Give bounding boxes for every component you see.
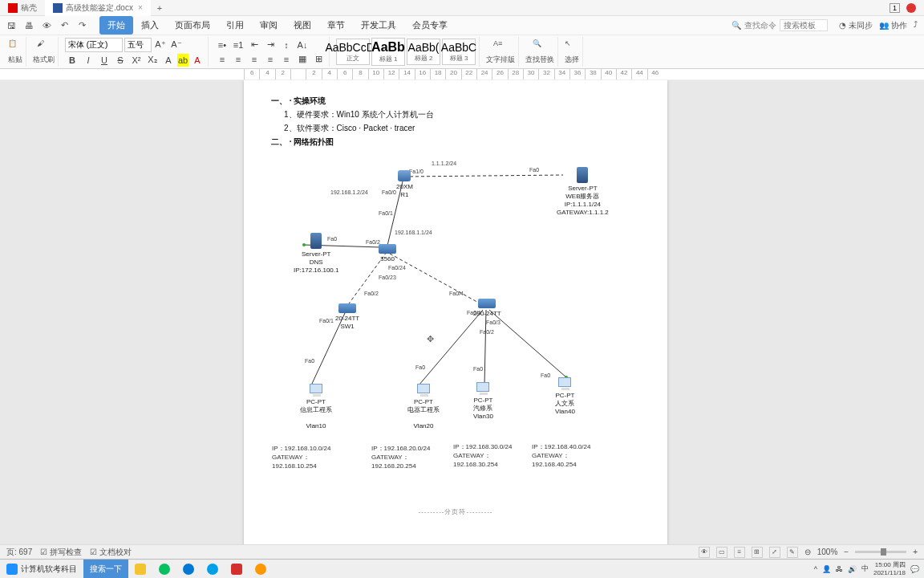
outline-view-icon[interactable]: ≡ bbox=[734, 547, 745, 558]
tray-notif-icon[interactable]: 💬 bbox=[910, 565, 919, 573]
switch-core: 3560 bbox=[379, 244, 396, 263]
page-view-icon[interactable]: ▭ bbox=[716, 547, 727, 558]
save-icon[interactable]: 🖫 bbox=[5, 19, 18, 32]
align-dist-icon[interactable]: ≡ bbox=[279, 53, 294, 66]
font-family-combo[interactable]: 宋体 (正文) bbox=[65, 38, 123, 52]
align-right-icon[interactable]: ≡ bbox=[247, 53, 261, 66]
taskbar-edge[interactable] bbox=[176, 560, 201, 578]
shading-icon[interactable]: ▦ bbox=[295, 53, 310, 66]
list-icon[interactable]: 1 bbox=[890, 3, 900, 13]
paste-button[interactable]: 📋 粘贴 bbox=[8, 39, 22, 65]
if-label: Fa0 bbox=[305, 358, 314, 364]
tray-chevron-icon[interactable]: ^ bbox=[814, 565, 817, 573]
grow-font-icon[interactable]: A⁺ bbox=[153, 39, 168, 51]
font-size-combo[interactable]: 五号 bbox=[124, 38, 152, 52]
tray-people-icon[interactable]: 👤 bbox=[822, 565, 831, 573]
tab-chapter[interactable]: 章节 bbox=[319, 16, 353, 35]
border-icon[interactable]: ⊞ bbox=[311, 53, 326, 66]
proofing[interactable]: ☑ 文档校对 bbox=[90, 547, 132, 558]
linesp-icon[interactable]: ↕ bbox=[279, 39, 294, 51]
tab-view[interactable]: 视图 bbox=[286, 16, 319, 35]
fullscreen-icon[interactable]: ⤢ bbox=[769, 547, 780, 558]
zoom-plus-icon[interactable]: + bbox=[913, 547, 918, 556]
tab-layout[interactable]: 页面布局 bbox=[167, 16, 218, 35]
taskbar-app-edge[interactable]: 计算机软考科目 bbox=[0, 560, 83, 578]
avatar-icon[interactable] bbox=[906, 3, 916, 13]
superscript-button[interactable]: X² bbox=[129, 54, 144, 67]
clock[interactable]: 15:00 周四 2021/11/18 bbox=[873, 561, 906, 577]
preview-icon[interactable]: 👁 bbox=[40, 19, 53, 32]
sync-status[interactable]: ◔ 未同步 bbox=[839, 20, 873, 31]
font-color-button[interactable]: A bbox=[190, 54, 205, 67]
zoom-in-icon[interactable]: − bbox=[844, 547, 849, 556]
network-topology: Fa1/0 1.1.1.2/24 Fa0 20XM R1 Server-PT W… bbox=[266, 153, 645, 490]
tab-review[interactable]: 审阅 bbox=[252, 16, 286, 35]
folder-icon bbox=[135, 564, 146, 575]
zoom-out-icon[interactable]: ⊖ bbox=[804, 547, 811, 556]
text-layout-button[interactable]: A≡ 文字排版 bbox=[486, 39, 515, 65]
select-button[interactable]: ↖ 选择 bbox=[565, 39, 579, 65]
coop-button[interactable]: 👥 协作 bbox=[879, 20, 907, 31]
indent-inc-icon[interactable]: ⇥ bbox=[263, 39, 278, 51]
edit-icon[interactable]: ✎ bbox=[787, 547, 798, 558]
zoom-slider[interactable] bbox=[855, 551, 906, 553]
ip-block-3: IP：192.168.30.0/24GATEWAY：192.168.30.254 bbox=[452, 442, 513, 470]
tab-ref[interactable]: 引用 bbox=[218, 16, 252, 35]
tab-add[interactable]: + bbox=[151, 3, 168, 13]
taskbar-wps[interactable] bbox=[225, 560, 249, 578]
underline-button[interactable]: U bbox=[97, 54, 111, 67]
align-left-icon[interactable]: ≡ bbox=[215, 53, 229, 66]
undo-icon[interactable]: ↶ bbox=[58, 19, 71, 32]
print-icon[interactable]: 🖶 bbox=[22, 19, 35, 32]
taskbar-wechat[interactable] bbox=[152, 560, 176, 578]
style-body[interactable]: AaBbCcDd正文 bbox=[336, 39, 370, 65]
if-label: Fa0/0 bbox=[382, 189, 396, 195]
text-effect-button[interactable]: A bbox=[161, 54, 176, 67]
sort-icon[interactable]: A↓ bbox=[295, 39, 310, 51]
if-label: Fa0/1 bbox=[467, 310, 481, 315]
align-justify-icon[interactable]: ≡ bbox=[263, 53, 278, 66]
if-label: Fa0 bbox=[541, 372, 550, 378]
taskbar-app[interactable] bbox=[249, 560, 273, 578]
shrink-font-icon[interactable]: A⁻ bbox=[169, 39, 184, 51]
italic-button[interactable]: I bbox=[81, 54, 95, 67]
highlight-button[interactable]: ab bbox=[177, 54, 188, 67]
tab-reader[interactable]: 稿壳 bbox=[0, 0, 45, 16]
share-icon[interactable]: ⤴ bbox=[914, 20, 918, 31]
tab-member[interactable]: 会员专享 bbox=[404, 16, 456, 35]
tray-ime-icon[interactable]: 中 bbox=[861, 564, 869, 574]
pc1: PC-PT 信息工程系 Vlan10 bbox=[300, 384, 332, 430]
spell-check[interactable]: ☑ 拼写检查 bbox=[40, 547, 82, 558]
close-icon[interactable]: × bbox=[138, 3, 143, 12]
number-list-icon[interactable]: ≡1 bbox=[231, 39, 245, 51]
read-mode-icon[interactable]: 👁 bbox=[699, 547, 710, 558]
search-template-input[interactable] bbox=[780, 19, 828, 31]
taskbar-explorer[interactable] bbox=[128, 560, 152, 578]
tab-document[interactable]: 高级技能鉴定.docx × bbox=[45, 0, 151, 16]
strike-button[interactable]: S bbox=[113, 54, 128, 67]
redo-icon[interactable]: ↷ bbox=[75, 19, 88, 32]
taskbar-search[interactable]: 搜索一下 bbox=[83, 560, 128, 578]
bullet-list-icon[interactable]: ≡• bbox=[215, 39, 229, 51]
tab-start[interactable]: 开始 bbox=[99, 16, 133, 35]
align-center-icon[interactable]: ≡ bbox=[231, 53, 245, 66]
style-h2[interactable]: AaBb(标题 2 bbox=[407, 39, 440, 65]
web-view-icon[interactable]: ⊞ bbox=[752, 547, 763, 558]
style-h1[interactable]: AaBb标题 1 bbox=[371, 38, 405, 66]
brush-icon: 🖌 bbox=[37, 39, 51, 54]
if-label: Fa0 bbox=[473, 366, 483, 372]
quick-access-bar: 🖫 🖶 👁 ↶ ↷ 开始 插入 页面布局 引用 审阅 视图 章节 开发工具 会员… bbox=[0, 16, 924, 35]
indent-dec-icon[interactable]: ⇤ bbox=[247, 39, 261, 51]
format-painter-button[interactable]: 🖌 格式刷 bbox=[33, 39, 55, 65]
style-h3[interactable]: AaBbC标题 3 bbox=[442, 39, 476, 65]
edge-icon bbox=[183, 564, 194, 575]
tab-insert[interactable]: 插入 bbox=[133, 16, 167, 35]
tray-volume-icon[interactable]: 🔊 bbox=[848, 565, 857, 573]
taskbar-browser[interactable] bbox=[201, 560, 225, 578]
bold-button[interactable]: B bbox=[65, 54, 79, 67]
find-replace-button[interactable]: 🔍 查找替换 bbox=[525, 39, 554, 65]
subscript-button[interactable]: X₂ bbox=[145, 54, 160, 67]
document-canvas[interactable]: 一、 · 实操环境 1、硬件要求：Win10 系统个人计算机一台 2、软件要求：… bbox=[0, 80, 924, 544]
tab-dev[interactable]: 开发工具 bbox=[353, 16, 404, 35]
tray-network-icon[interactable]: 🖧 bbox=[836, 565, 843, 573]
